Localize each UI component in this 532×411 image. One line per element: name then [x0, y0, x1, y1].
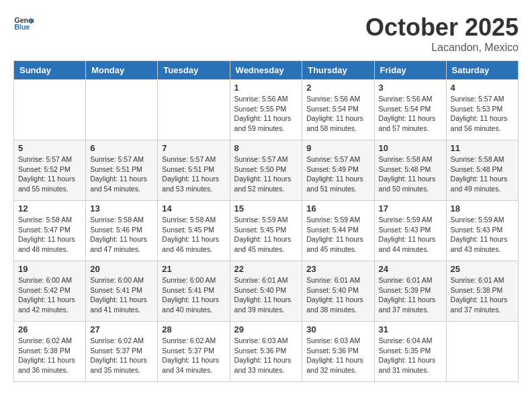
day-info: Sunrise: 5:59 AMSunset: 5:43 PMDaylight:… [379, 215, 442, 255]
day-info: Sunrise: 5:59 AMSunset: 5:43 PMDaylight:… [451, 215, 514, 255]
day-info: Sunrise: 6:00 AMSunset: 5:42 PMDaylight:… [18, 275, 81, 315]
calendar-cell: 15Sunrise: 5:59 AMSunset: 5:45 PMDayligh… [230, 201, 302, 261]
day-info: Sunrise: 6:00 AMSunset: 5:41 PMDaylight:… [90, 275, 153, 315]
weekday-header-wednesday: Wednesday [230, 61, 302, 80]
calendar-cell: 5Sunrise: 5:57 AMSunset: 5:52 PMDaylight… [14, 140, 86, 201]
day-number: 6 [90, 143, 153, 153]
day-number: 9 [306, 143, 369, 153]
day-number: 23 [306, 264, 369, 274]
calendar-cell [14, 80, 86, 140]
day-info: Sunrise: 5:57 AMSunset: 5:50 PMDaylight:… [234, 154, 298, 194]
day-number: 7 [162, 143, 225, 153]
day-info: Sunrise: 5:58 AMSunset: 5:48 PMDaylight:… [379, 154, 442, 194]
day-number: 30 [306, 324, 369, 334]
calendar-cell: 13Sunrise: 5:58 AMSunset: 5:46 PMDayligh… [86, 201, 158, 261]
calendar-cell: 1Sunrise: 5:56 AMSunset: 5:55 PMDaylight… [230, 80, 302, 140]
day-info: Sunrise: 5:57 AMSunset: 5:51 PMDaylight:… [90, 154, 153, 194]
day-info: Sunrise: 5:57 AMSunset: 5:53 PMDaylight:… [451, 94, 514, 134]
day-number: 22 [234, 264, 298, 274]
day-info: Sunrise: 5:57 AMSunset: 5:49 PMDaylight:… [306, 154, 369, 194]
calendar-cell: 16Sunrise: 5:59 AMSunset: 5:44 PMDayligh… [302, 201, 374, 261]
month-title: October 2025 [365, 13, 519, 42]
day-info: Sunrise: 5:57 AMSunset: 5:52 PMDaylight:… [18, 154, 81, 194]
calendar-cell: 28Sunrise: 6:02 AMSunset: 5:37 PMDayligh… [158, 322, 230, 382]
logo: General Blue [13, 13, 34, 34]
day-info: Sunrise: 5:57 AMSunset: 5:51 PMDaylight:… [162, 154, 225, 194]
calendar-week-row: 19Sunrise: 6:00 AMSunset: 5:42 PMDayligh… [14, 261, 519, 322]
calendar-cell: 12Sunrise: 5:58 AMSunset: 5:47 PMDayligh… [14, 201, 86, 261]
day-number: 4 [451, 83, 514, 93]
calendar-cell: 14Sunrise: 5:58 AMSunset: 5:45 PMDayligh… [158, 201, 230, 261]
calendar-cell: 2Sunrise: 5:56 AMSunset: 5:54 PMDaylight… [302, 80, 374, 140]
calendar-cell: 3Sunrise: 5:56 AMSunset: 5:54 PMDaylight… [374, 80, 446, 140]
weekday-header-monday: Monday [86, 61, 158, 80]
day-info: Sunrise: 6:03 AMSunset: 5:36 PMDaylight:… [306, 336, 369, 375]
calendar-cell: 10Sunrise: 5:58 AMSunset: 5:48 PMDayligh… [374, 140, 446, 201]
day-info: Sunrise: 5:56 AMSunset: 5:54 PMDaylight:… [379, 94, 442, 134]
day-info: Sunrise: 5:58 AMSunset: 5:45 PMDaylight:… [162, 215, 225, 255]
weekday-header-friday: Friday [374, 61, 446, 80]
day-number: 10 [379, 143, 442, 153]
day-number: 25 [451, 264, 514, 274]
day-number: 14 [162, 203, 225, 214]
day-info: Sunrise: 5:58 AMSunset: 5:46 PMDaylight:… [90, 215, 153, 255]
day-number: 3 [379, 83, 442, 93]
day-number: 24 [379, 264, 442, 274]
day-info: Sunrise: 6:01 AMSunset: 5:40 PMDaylight:… [306, 275, 369, 315]
calendar-cell: 17Sunrise: 5:59 AMSunset: 5:43 PMDayligh… [374, 201, 446, 261]
calendar-cell [158, 80, 230, 140]
location-title: Lacandon, Mexico [365, 42, 519, 54]
weekday-header-sunday: Sunday [14, 61, 86, 80]
logo-icon: General Blue [13, 13, 34, 34]
calendar-cell: 6Sunrise: 5:57 AMSunset: 5:51 PMDaylight… [86, 140, 158, 201]
calendar-cell: 7Sunrise: 5:57 AMSunset: 5:51 PMDaylight… [158, 140, 230, 201]
header: General Blue October 2025 Lacandon, Mexi… [13, 13, 519, 54]
day-number: 28 [162, 324, 225, 334]
day-number: 20 [90, 264, 153, 274]
calendar-cell: 4Sunrise: 5:57 AMSunset: 5:53 PMDaylight… [446, 80, 518, 140]
calendar-cell: 19Sunrise: 6:00 AMSunset: 5:42 PMDayligh… [14, 261, 86, 322]
calendar-cell: 21Sunrise: 6:00 AMSunset: 5:41 PMDayligh… [158, 261, 230, 322]
calendar-cell: 22Sunrise: 6:01 AMSunset: 5:40 PMDayligh… [230, 261, 302, 322]
day-info: Sunrise: 6:03 AMSunset: 5:36 PMDaylight:… [234, 336, 298, 375]
day-number: 17 [379, 203, 442, 214]
day-info: Sunrise: 5:56 AMSunset: 5:55 PMDaylight:… [234, 94, 298, 134]
day-number: 21 [162, 264, 225, 274]
day-info: Sunrise: 6:04 AMSunset: 5:35 PMDaylight:… [379, 336, 442, 375]
day-number: 31 [379, 324, 442, 334]
weekday-header-thursday: Thursday [302, 61, 374, 80]
calendar-cell: 18Sunrise: 5:59 AMSunset: 5:43 PMDayligh… [446, 201, 518, 261]
day-number: 16 [306, 203, 369, 214]
day-number: 1 [234, 83, 298, 93]
day-number: 12 [18, 203, 81, 214]
weekday-header-saturday: Saturday [446, 61, 518, 80]
day-info: Sunrise: 6:01 AMSunset: 5:38 PMDaylight:… [451, 275, 514, 315]
day-number: 29 [234, 324, 298, 334]
day-number: 27 [90, 324, 153, 334]
day-number: 18 [451, 203, 514, 214]
day-info: Sunrise: 5:58 AMSunset: 5:47 PMDaylight:… [18, 215, 81, 255]
day-number: 13 [90, 203, 153, 214]
calendar-week-row: 26Sunrise: 6:02 AMSunset: 5:38 PMDayligh… [14, 322, 519, 382]
calendar-cell: 20Sunrise: 6:00 AMSunset: 5:41 PMDayligh… [86, 261, 158, 322]
calendar-cell: 25Sunrise: 6:01 AMSunset: 5:38 PMDayligh… [446, 261, 518, 322]
day-info: Sunrise: 6:01 AMSunset: 5:40 PMDaylight:… [234, 275, 298, 315]
day-info: Sunrise: 6:02 AMSunset: 5:37 PMDaylight:… [162, 336, 225, 375]
weekday-header-row: SundayMondayTuesdayWednesdayThursdayFrid… [14, 61, 519, 80]
calendar-cell [86, 80, 158, 140]
calendar-week-row: 5Sunrise: 5:57 AMSunset: 5:52 PMDaylight… [14, 140, 519, 201]
day-info: Sunrise: 6:02 AMSunset: 5:37 PMDaylight:… [90, 336, 153, 375]
day-number: 19 [18, 264, 81, 274]
weekday-header-tuesday: Tuesday [158, 61, 230, 80]
day-info: Sunrise: 6:00 AMSunset: 5:41 PMDaylight:… [162, 275, 225, 315]
day-info: Sunrise: 6:02 AMSunset: 5:38 PMDaylight:… [18, 336, 81, 375]
day-info: Sunrise: 5:58 AMSunset: 5:48 PMDaylight:… [451, 154, 514, 194]
day-number: 2 [306, 83, 369, 93]
calendar-table: SundayMondayTuesdayWednesdayThursdayFrid… [13, 60, 519, 382]
calendar-cell [446, 322, 518, 382]
day-number: 11 [451, 143, 514, 153]
day-info: Sunrise: 5:59 AMSunset: 5:45 PMDaylight:… [234, 215, 298, 255]
day-info: Sunrise: 6:01 AMSunset: 5:39 PMDaylight:… [379, 275, 442, 315]
svg-text:Blue: Blue [15, 23, 30, 31]
calendar-cell: 26Sunrise: 6:02 AMSunset: 5:38 PMDayligh… [14, 322, 86, 382]
